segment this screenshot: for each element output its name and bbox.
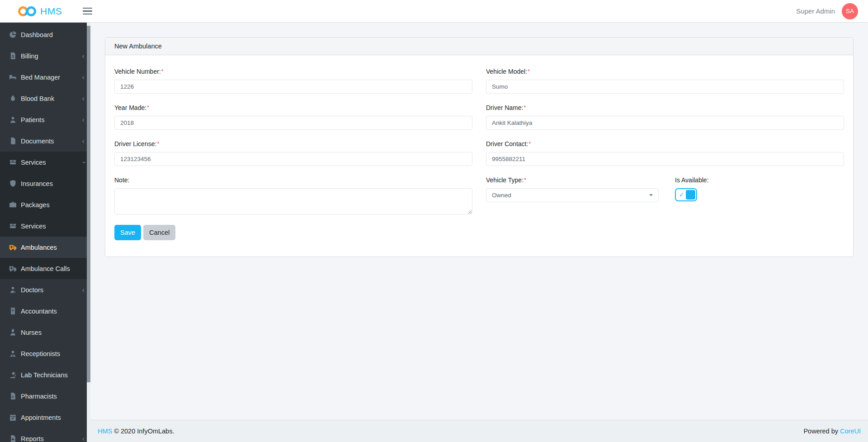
sidebar-item-label: Blood Bank [21,95,54,102]
coreui-link[interactable]: CoreUI [840,428,861,435]
sidebar-item-documents[interactable]: Documents‹ [0,130,90,152]
blood-drop-icon [9,95,17,102]
vehicle-type-select[interactable]: Owned [486,188,659,202]
chevron-left-icon: ‹ [82,116,85,124]
calendar-check-icon [9,413,17,421]
driver-name-field[interactable] [486,116,844,130]
sidebar-item-label: Receptionists [21,350,60,357]
sidebar-item-label: Billing [21,52,38,60]
toggle-knob [686,190,695,200]
chevron-left-icon: ‹ [82,52,85,60]
ambulance-form: Vehicle Number:* Vehicle Model:* Year Ma… [114,68,844,225]
sidebar-item-ambulance-calls[interactable]: Ambulance Calls [0,258,90,279]
driver-contact-field[interactable] [486,152,844,166]
sidebar-item-patients[interactable]: Patients‹ [0,109,90,130]
sidebar-nav: Dashboard$Billing‹Bed Manager‹Blood Bank… [0,23,90,442]
sidebar-item-services[interactable]: Services [0,215,90,237]
sidebar-item-billing[interactable]: $Billing‹ [0,45,90,67]
brand-logo[interactable]: HMS [18,6,62,17]
app-footer: HMS © 2020 InfyOmLabs. Powered by CoreUI [90,420,868,442]
required-marker: * [528,68,530,75]
new-ambulance-card: New Ambulance Vehicle Number:* Vehicle M… [105,37,854,257]
year-made-label: Year Made:* [114,104,472,111]
is-available-toggle[interactable]: ✓ [675,188,697,201]
sidebar-item-blood-bank[interactable]: Blood Bank‹ [0,88,90,109]
note-field[interactable] [114,188,472,214]
sidebar-item-nurses[interactable]: Nurses [0,322,90,343]
chevron-left-icon: ‹ [82,286,85,294]
ambulance-icon [9,243,17,251]
card-title: New Ambulance [105,38,853,55]
rx-file-icon: R [9,392,17,400]
vehicle-type-label: Vehicle Type:* [486,176,659,184]
sidebar-item-dashboard[interactable]: Dashboard [0,24,90,45]
sidebar-item-services[interactable]: Services‹ [0,152,90,173]
sidebar-scrollbar-track [87,23,90,442]
boxes-icon [9,158,17,166]
patient-icon [9,116,17,124]
required-marker: * [524,104,526,111]
footer-brand-link[interactable]: HMS [98,428,112,435]
invoice-icon [9,307,17,315]
cancel-button[interactable]: Cancel [143,225,175,240]
vehicle-model-label: Vehicle Model:* [486,68,844,75]
sidebar-item-label: Ambulances [21,244,57,251]
sidebar-item-label: Nurses [21,329,42,336]
sidebar-item-label: Pharmacists [21,393,57,400]
chevron-left-icon: ‹ [82,138,85,145]
shield-icon [9,180,17,187]
sidebar-item-label: Doctors [21,286,43,294]
footer-copyright: HMS © 2020 InfyOmLabs. [98,428,174,435]
sidebar-item-insurances[interactable]: Insurances [0,173,90,194]
sidebar-item-pharmacists[interactable]: RPharmacists [0,385,90,407]
note-label: Note: [114,176,472,184]
check-icon: ✓ [679,191,684,198]
driver-license-field[interactable] [114,152,472,166]
sidebar-item-doctors[interactable]: Doctors‹ [0,279,90,300]
sidebar-item-label: Documents [21,138,54,145]
sidebar-item-label: Accountants [21,308,57,315]
logged-in-user-name: Super Admin [796,7,835,15]
sidebar-item-bed-manager[interactable]: Bed Manager‹ [0,67,90,88]
vehicle-model-field[interactable] [486,80,844,94]
sidebar-item-label: Insurances [21,180,53,187]
chevron-left-icon: ‹ [82,435,85,442]
driver-license-label: Driver License:* [114,140,472,147]
required-marker: * [528,140,531,147]
brand-title: HMS [40,6,62,17]
receptionist-icon [9,350,17,357]
required-marker: * [147,104,149,111]
chevron-down-icon: ‹ [80,161,87,163]
sidebar-scrollbar-thumb[interactable] [87,26,90,382]
svg-text:$: $ [12,54,14,59]
file-icon [9,137,17,145]
sidebar-item-receptionists[interactable]: Receptionists [0,343,90,364]
sidebar-toggle-hamburger-icon[interactable] [82,3,93,19]
sidebar-item-packages[interactable]: Packages [0,194,90,215]
sidebar-item-appointments[interactable]: Appointments [0,407,90,428]
sidebar-item-label: Patients [21,116,44,124]
briefcase-icon [9,201,17,209]
boxes-icon [9,222,17,230]
vehicle-number-field[interactable] [114,80,472,94]
app-header: HMS Super Admin SA [0,0,868,23]
sidebar-item-ambulances[interactable]: Ambulances [0,237,90,258]
sidebar-item-label: Ambulance Calls [21,265,70,272]
chevron-left-icon: ‹ [82,74,85,81]
sidebar-item-label: Bed Manager [21,74,60,81]
sidebar-item-lab-technicians[interactable]: Lab Technicians [0,364,90,385]
required-marker: * [157,140,159,147]
sidebar-item-accountants[interactable]: Accountants [0,300,90,322]
sidebar-item-label: Packages [21,201,50,209]
invoice-dollar-icon: $ [9,52,17,60]
sidebar-item-reports[interactable]: Reports‹ [0,428,90,442]
year-made-field[interactable] [114,116,472,130]
required-marker: * [161,68,164,75]
chevron-left-icon: ‹ [82,95,85,102]
sidebar-item-label: Dashboard [21,31,53,38]
sidebar-item-label: Lab Technicians [21,371,68,379]
avatar[interactable]: SA [842,3,858,19]
save-button[interactable]: Save [114,225,141,240]
sidebar-item-label: Services [21,223,46,230]
driver-contact-label: Driver Contact:* [486,140,844,147]
